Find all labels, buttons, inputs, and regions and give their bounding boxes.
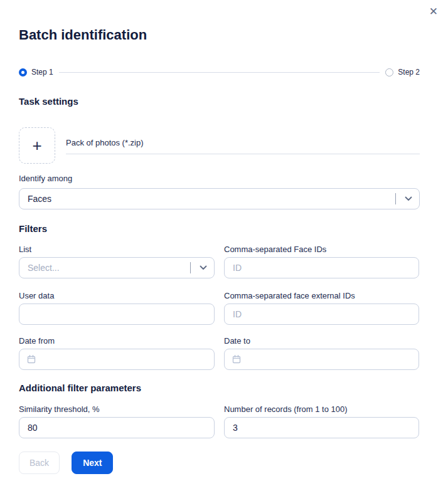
date-to-field: Date to xyxy=(224,336,419,370)
batch-identification-dialog: ✕ Batch identification Step 1 Step 2 Tas… xyxy=(0,26,448,474)
external-ids-field: Comma-separated face external IDs xyxy=(224,291,419,325)
user-data-field: User data xyxy=(19,291,215,325)
list-select[interactable]: Select... xyxy=(19,257,215,278)
select-divider xyxy=(395,193,396,204)
upload-row: + Pack of photos (*.zip) xyxy=(19,127,420,164)
identify-among-label: Identify among xyxy=(19,174,420,184)
records-input[interactable] xyxy=(224,417,419,438)
step1-label: Step 1 xyxy=(31,68,53,77)
face-ids-field: Comma-separated Face IDs xyxy=(224,245,419,278)
identify-among-select[interactable]: Faces xyxy=(19,188,420,209)
identify-among-field: Identify among Faces xyxy=(19,174,420,209)
step2-radio-icon[interactable] xyxy=(385,68,393,77)
filters-row-3: Date from Date to xyxy=(19,336,420,370)
select-divider xyxy=(190,262,191,273)
next-button[interactable]: Next xyxy=(72,452,113,474)
section-title-additional-parameters: Additional filter parameters xyxy=(19,383,420,394)
stepper: Step 1 Step 2 xyxy=(19,68,420,77)
filters-row-1: List Select... Comma-separated Face IDs xyxy=(19,245,420,278)
section-title-task-settings: Task settings xyxy=(19,96,420,107)
calendar-icon xyxy=(26,354,36,364)
similarity-label: Similarity threshold, % xyxy=(19,404,215,415)
records-label: Number of records (from 1 to 100) xyxy=(224,404,419,415)
step2-label: Step 2 xyxy=(398,68,420,77)
dialog-actions: Back Next xyxy=(19,452,420,474)
chevron-down-icon xyxy=(405,196,412,201)
upload-file-field[interactable]: Pack of photos (*.zip) xyxy=(66,127,420,154)
calendar-icon xyxy=(232,354,242,364)
upload-file-label: Pack of photos (*.zip) xyxy=(66,138,144,147)
close-icon[interactable]: ✕ xyxy=(429,5,438,18)
page-title: Batch identification xyxy=(19,26,420,43)
date-from-input[interactable] xyxy=(19,349,215,370)
list-placeholder: Select... xyxy=(28,263,60,273)
back-button[interactable]: Back xyxy=(19,452,60,474)
filters-row-2: User data Comma-separated face external … xyxy=(19,291,420,325)
similarity-input[interactable] xyxy=(19,417,215,438)
date-to-input[interactable] xyxy=(224,349,419,370)
section-title-filters: Filters xyxy=(19,223,420,235)
chevron-down-icon xyxy=(200,265,207,270)
stepper-line xyxy=(59,72,380,73)
face-ids-label: Comma-separated Face IDs xyxy=(224,245,419,255)
date-to-label: Date to xyxy=(224,336,419,346)
user-data-label: User data xyxy=(19,291,215,301)
add-photos-button[interactable]: + xyxy=(19,127,55,164)
plus-icon: + xyxy=(32,137,41,154)
similarity-field: Similarity threshold, % xyxy=(19,404,215,438)
face-ids-input[interactable] xyxy=(224,257,419,278)
date-from-label: Date from xyxy=(19,336,215,346)
external-ids-input[interactable] xyxy=(224,304,419,325)
date-from-field: Date from xyxy=(19,336,215,370)
additional-row: Similarity threshold, % Number of record… xyxy=(19,404,420,438)
step1-radio-icon[interactable] xyxy=(19,68,27,77)
list-label: List xyxy=(19,245,215,255)
records-field: Number of records (from 1 to 100) xyxy=(224,404,419,438)
identify-among-value: Faces xyxy=(28,194,51,204)
list-field: List Select... xyxy=(19,245,215,278)
external-ids-label: Comma-separated face external IDs xyxy=(224,291,419,301)
user-data-input[interactable] xyxy=(19,304,215,325)
